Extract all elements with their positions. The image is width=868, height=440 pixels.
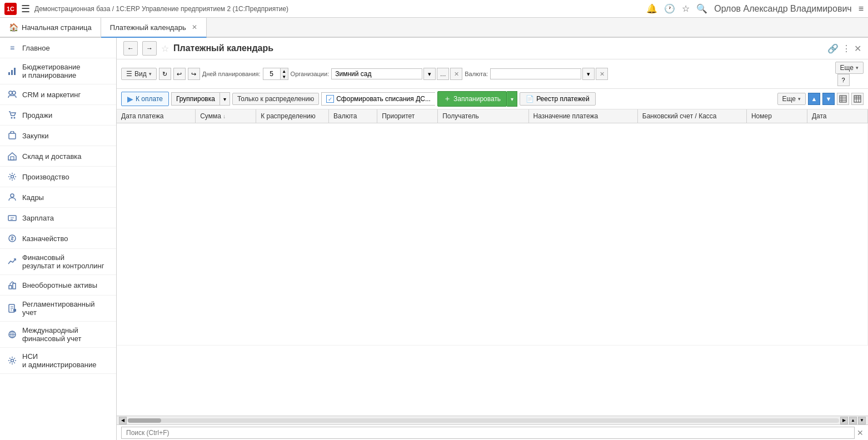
days-input[interactable]: 5 <box>263 69 280 79</box>
tab-home[interactable]: 🏠 Начальная страница <box>0 18 101 37</box>
more2-button[interactable]: Еще ▾ <box>777 93 806 105</box>
tab-bar: 🏠 Начальная страница Платежный календарь… <box>0 18 868 38</box>
currency-label: Валюта: <box>465 71 488 77</box>
sidebar-item-finance[interactable]: Финансовыйрезультат и контроллинг <box>0 249 116 275</box>
link-icon[interactable]: 🔗 <box>827 43 839 54</box>
sidebar-item-regulated[interactable]: Регламентированныйучет <box>0 296 116 322</box>
sidebar-item-budget[interactable]: Бюджетированиеи планирование <box>0 58 116 84</box>
sidebar-label-budget: Бюджетированиеи планирование <box>22 63 80 79</box>
days-down-button[interactable]: ▼ <box>280 74 288 79</box>
svg-rect-8 <box>11 157 14 160</box>
sidebar-item-assets[interactable]: Внеоборотные активы <box>0 275 116 296</box>
table-body <box>117 123 868 346</box>
user-name[interactable]: Орлов Александр Владимирович <box>714 4 851 14</box>
column-settings-button[interactable] <box>851 93 864 105</box>
register-button[interactable]: 📄 Реестр платежей <box>520 92 596 106</box>
days-spinner: ▲ ▼ <box>280 68 288 79</box>
sidebar-item-sales[interactable]: Продажи <box>0 105 116 126</box>
view-button[interactable]: ☰ Вид ▾ <box>121 68 157 80</box>
sidebar-item-warehouse[interactable]: Склад и доставка <box>0 146 116 167</box>
treasury-icon <box>7 233 18 244</box>
content-area: ← → ☆ Платежный календарь 🔗 ⋮ ✕ ☰ Вид ▾ … <box>117 38 868 440</box>
sidebar-item-nsi[interactable]: НСИи администрирование <box>0 348 116 374</box>
purchase-icon <box>7 130 18 141</box>
pay-button[interactable]: ▶ К оплате <box>121 92 169 106</box>
forward-button[interactable]: → <box>142 41 157 56</box>
org-dropdown-button[interactable]: ▾ <box>423 68 436 80</box>
col-doc-date[interactable]: Дата <box>807 109 867 123</box>
sidebar-item-treasury[interactable]: Казначейство <box>0 228 116 249</box>
h-scroll-thumb[interactable] <box>128 418 161 423</box>
col-bank-account[interactable]: Банковский счет / Касса <box>637 109 746 123</box>
sidebar-label-hr: Кадры <box>22 193 44 202</box>
col-amount[interactable]: Сумма ↓ <box>196 109 256 123</box>
sidebar-item-purchase[interactable]: Закупки <box>0 126 116 146</box>
col-distribution[interactable]: К распределению <box>256 109 329 123</box>
days-up-button[interactable]: ▲ <box>280 68 288 74</box>
plan-dropdown-button[interactable]: ▾ <box>507 91 517 107</box>
download-button[interactable]: ▼ <box>822 93 835 105</box>
undo-button[interactable]: ↩ <box>173 68 186 80</box>
group-dropdown-button[interactable]: ▾ <box>220 92 230 106</box>
org-clear-button[interactable]: ✕ <box>450 68 462 80</box>
table-empty-row <box>117 123 868 346</box>
col-priority[interactable]: Приоритет <box>377 109 438 123</box>
close-doc-icon[interactable]: ✕ <box>854 43 861 54</box>
sidebar-item-crm[interactable]: CRM и маркетинг <box>0 84 116 105</box>
sidebar-item-main[interactable]: ≡ Главное <box>0 38 116 58</box>
sidebar-item-production[interactable]: Производство <box>0 167 116 187</box>
h-scroll-track[interactable] <box>128 418 839 423</box>
favorite-icon[interactable]: ☆ <box>161 43 169 54</box>
only-distribution-button[interactable]: Только к распределению <box>232 93 319 105</box>
org-input[interactable] <box>331 68 422 79</box>
svg-point-19 <box>11 359 14 362</box>
more-icon[interactable]: ⋮ <box>842 43 851 54</box>
help-button[interactable]: ? <box>837 74 850 86</box>
scroll-right-button[interactable]: ▶ <box>840 417 848 424</box>
table-settings-button[interactable] <box>837 93 849 105</box>
sidebar-label-purchase: Закупки <box>22 132 48 140</box>
col-recipient[interactable]: Получатель <box>438 109 528 123</box>
redo-button[interactable]: ↪ <box>188 68 200 80</box>
scroll-left-button[interactable]: ◀ <box>119 417 127 424</box>
tab-close-icon[interactable]: ✕ <box>192 23 197 31</box>
currency-input-group: ▾ ✕ <box>490 68 608 80</box>
tab-payment-calendar[interactable]: Платежный календарь ✕ <box>101 18 207 38</box>
upload-button[interactable]: ▲ <box>808 93 820 105</box>
org-select-button[interactable]: … <box>437 68 449 80</box>
document-title: Платежный календарь <box>173 43 823 53</box>
notification-icon[interactable]: 🔔 <box>646 3 657 14</box>
more-button[interactable]: Еще ▾ <box>835 62 864 74</box>
refresh-button[interactable]: ↻ <box>159 68 171 80</box>
svg-point-4 <box>12 91 16 94</box>
plan-main-button[interactable]: ＋ Запланировать <box>437 91 507 107</box>
back-button[interactable]: ← <box>123 41 138 56</box>
sidebar-label-crm: CRM и маркетинг <box>22 91 81 99</box>
sidebar-label-finance: Финансовыйрезультат и контроллинг <box>22 253 104 270</box>
form-writeoff-main-button[interactable]: ✓ Сформировать списания ДС... <box>321 92 435 106</box>
search-icon[interactable]: 🔍 <box>696 3 707 14</box>
sidebar-item-salary[interactable]: Зарплата <box>0 208 116 228</box>
col-date[interactable]: Дата платежа <box>117 109 196 123</box>
col-number[interactable]: Номер <box>746 109 807 123</box>
currency-clear-button[interactable]: ✕ <box>596 68 608 80</box>
hamburger-menu[interactable]: ☰ <box>21 3 30 15</box>
search-input[interactable] <box>121 427 855 439</box>
settings-icon[interactable]: ≡ <box>859 4 864 14</box>
col-currency[interactable]: Валюта <box>328 109 377 123</box>
days-input-group: 5 ▲ ▼ <box>263 68 288 80</box>
table-container: Дата платежа Сумма ↓ К распределению Вал… <box>117 109 868 416</box>
currency-input[interactable] <box>490 68 581 79</box>
group-main-button[interactable]: Группировка <box>171 92 220 106</box>
scroll-up-button[interactable]: ▲ <box>849 417 857 424</box>
scroll-down-button[interactable]: ▼ <box>858 417 866 424</box>
sidebar-item-international[interactable]: Международныйфинансовый учет <box>0 322 116 348</box>
nsi-icon <box>7 355 18 366</box>
col-purpose[interactable]: Назначение платежа <box>528 109 637 123</box>
currency-dropdown-button[interactable]: ▾ <box>582 68 595 80</box>
history-icon[interactable]: 🕐 <box>664 3 675 14</box>
sidebar-item-hr[interactable]: Кадры <box>0 187 116 208</box>
search-close-icon[interactable]: ✕ <box>857 428 864 437</box>
register-icon: 📄 <box>526 95 534 103</box>
bookmark-icon[interactable]: ☆ <box>682 3 690 14</box>
